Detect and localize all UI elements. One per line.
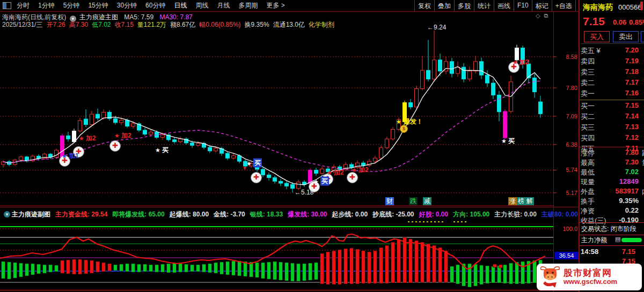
add-position-circle-marker: ✚ [109, 140, 121, 152]
order-book-row-买四[interactable]: 买四7.12 [581, 133, 643, 143]
sub-indicator-value-11: 主破80: 0.00 [541, 210, 578, 219]
sub-indicator-value-0: 主力资金线: 29.54 [55, 210, 107, 219]
signal-label-爆发！: 爆发！ [404, 117, 423, 126]
pane-icons: ◇⧉ [536, 12, 552, 19]
signal-label-买: 买 [162, 146, 169, 155]
order-book-label: 买四 [581, 134, 595, 142]
stat-row-1: 最高7.30 [581, 158, 643, 168]
sub-indicator-value-10: 主力长驻: 0.00 [494, 210, 537, 219]
order-book-label: 买三 [581, 123, 595, 131]
signal-label-买: 买 [320, 177, 329, 186]
stat-label: 现量 [581, 178, 595, 186]
order-book-price: 7.19 [625, 57, 639, 65]
sub-indicator-value-8: 好股: 0.00 [419, 210, 449, 219]
buy-button[interactable]: 买入 [584, 31, 610, 42]
order-book-row-买二[interactable]: 买二7.14 [581, 112, 643, 122]
svg-text:←9.24: ←9.24 [427, 24, 447, 31]
signal-label-加1: 加1 [69, 152, 79, 161]
order-book-price: 7.15 [625, 101, 639, 109]
stat-value: 7.02 [625, 168, 639, 176]
site-logo[interactable]: 股市财富网 www.gscfw.com [537, 264, 642, 290]
order-book-row-卖三[interactable]: 卖三7.18 [581, 68, 643, 77]
order-book-row-卖五[interactable]: 卖五 ¥7.20 [581, 46, 643, 56]
price-tick-7.09: 7.09 [554, 113, 577, 119]
order-book-label: 买一 [581, 102, 595, 110]
price-tick-8.58: 8.58 [554, 54, 577, 60]
order-book-row-卖四[interactable]: 卖四7.19 [581, 57, 643, 66]
tick-time: 14:58 [581, 248, 598, 256]
order-book-label: 卖二 [581, 79, 595, 87]
ma30-value: MA30: 7.87 [159, 13, 192, 21]
stat-value: 9.35% [619, 197, 639, 205]
sidebar-stock-code: 000566 [618, 3, 641, 11]
order-book-row-买一[interactable]: 买一7.15 [581, 101, 643, 111]
star-marker: ★ [513, 59, 518, 66]
order-book-price: 7.13 [625, 123, 639, 131]
sub-indicator-value-5: 爆发线: 30.00 [288, 210, 327, 219]
quote-field-9: 流通13.0亿 [273, 21, 305, 28]
diamond-pane-icon[interactable]: ◇ [536, 12, 540, 19]
sub-indicator-value-3: 金线: -3.70 [214, 210, 245, 219]
order-book-price: 7.17 [625, 78, 639, 86]
sub-axis-label-100.0: 100.0 [554, 226, 577, 232]
net-flow-label: 主力净额 [581, 236, 607, 245]
cut-column-char: 内 [642, 187, 644, 197]
watermark-跌: 跌 [409, 197, 418, 205]
daily-quote-line: 2025/12/31/三开7.26高7.30低7.02收7.15量121.2万额… [2, 20, 338, 29]
watermark-涨: 涨 [508, 197, 517, 205]
quote-field-7: 幅0.06(0.85%) [199, 21, 240, 28]
order-book-price: 7.12 [625, 133, 639, 141]
order-book-row-卖二[interactable]: 卖二7.17 [581, 78, 643, 88]
order-book-label: 卖五 ¥ [581, 47, 601, 55]
add-position-circle-marker: ✚ [251, 172, 262, 183]
quote-field-10: 化学制剂 [309, 21, 334, 28]
stat-row-3: 现量12849 [581, 177, 643, 187]
bull-icon [539, 265, 561, 289]
price-tick-7.8: 7.80 [554, 85, 577, 91]
watermark-财: 财 [385, 197, 394, 205]
order-book-row-卖一[interactable]: 卖一7.16 [581, 89, 643, 99]
more-button-cut[interactable] [641, 31, 644, 42]
star-marker: ★ [114, 132, 120, 139]
sub-indicator-value-2: 起爆线: 80.00 [170, 210, 209, 219]
quote-field-5: 量121.2万 [137, 21, 166, 28]
quote-field-8: 换9.35% [245, 21, 269, 28]
main-candlestick-chart[interactable]: ←9.24←5.18 [0, 0, 579, 292]
star-marker: ★ [352, 167, 357, 174]
order-book-label: 买二 [581, 113, 595, 121]
cut-column-char: 跌 [642, 148, 644, 158]
logo-text: 股市财富网 www.gscfw.com [564, 268, 617, 286]
sub-indicator-value-7: 抄底线: -25.00 [372, 210, 414, 219]
logo-title: 股市财富网 [564, 268, 617, 279]
signal-label-加2: 加2 [86, 134, 96, 143]
star-marker: ★ [396, 118, 401, 125]
sub-indicator-value-6: 起步线: 0.00 [332, 210, 368, 219]
stat-label: 涨停 [581, 149, 595, 157]
price-tick-5.74: 5.74 [554, 167, 577, 173]
stat-row-0: 涨停7.80 [581, 148, 643, 158]
stat-label: 最高 [581, 159, 595, 167]
price-change: 0.06 [613, 18, 626, 26]
star-marker: ★ [62, 153, 67, 160]
stat-row-5: 换手9.35% [581, 197, 643, 206]
main-indicator-name: 主力痕迹主图 [79, 13, 118, 21]
stat-value: 583917 [616, 187, 639, 195]
collapse-sub-indicator-icon[interactable]: ▾ [4, 211, 10, 218]
sub-indicator-values: 主力资金线: 29.54即将爆发线: 65.00起爆线: 80.00金线: -3… [55, 210, 583, 219]
watermark-榜: 榜 [517, 197, 525, 205]
list-icon[interactable]: ▤ [615, 236, 620, 243]
maximize-pane-icon[interactable]: ⧉ [544, 12, 548, 19]
stat-value: 0.22 [625, 206, 639, 214]
price-tick-6.38: 6.38 [554, 141, 577, 148]
signal-label-加2: 加2 [519, 58, 529, 67]
sub-indicator-value-4: 银线: 18.33 [250, 210, 283, 219]
star-marker: ★ [327, 169, 332, 176]
sell-button[interactable]: 卖出 [613, 31, 639, 42]
signal-label-买: 买 [253, 159, 262, 168]
order-book-price: 7.14 [625, 112, 639, 120]
quote-field-1: 开7.26 [46, 21, 65, 28]
signal-label-加2: 加2 [334, 168, 344, 177]
stat-label: 外盘 [581, 188, 595, 196]
order-book-row-买三[interactable]: 买三7.13 [581, 123, 643, 132]
order-book-price: 7.18 [625, 68, 639, 76]
